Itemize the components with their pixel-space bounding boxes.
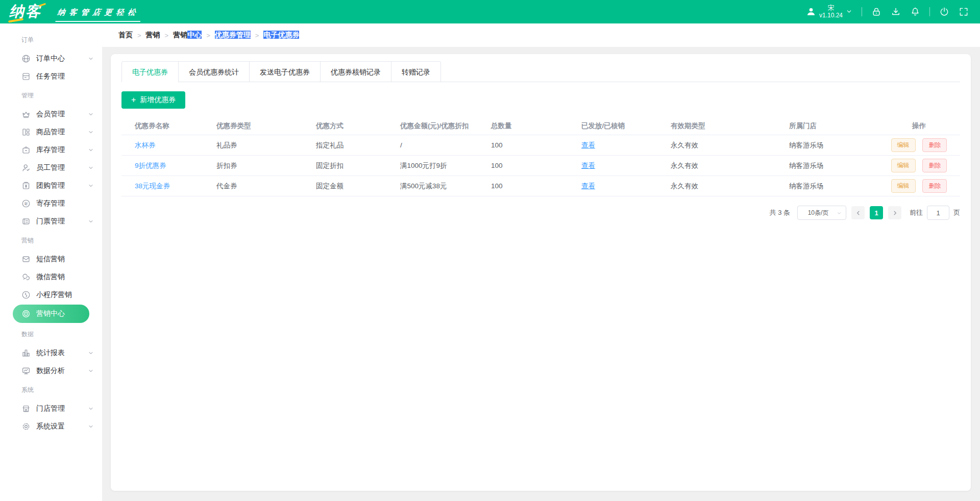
envelope-icon <box>21 255 31 264</box>
sidebar-item-label: 门票管理 <box>36 217 65 226</box>
fullscreen-icon[interactable] <box>959 7 969 17</box>
globe-icon <box>21 54 31 63</box>
tab-ecoupon[interactable]: 电子优惠券 <box>122 62 178 82</box>
page-number-1[interactable]: 1 <box>870 206 883 219</box>
coupon-type: 折扣券 <box>203 161 303 170</box>
delete-button[interactable]: 删除 <box>922 179 947 192</box>
wechat-icon <box>21 272 31 282</box>
sidebar-item-inventory-mgmt[interactable]: 库存管理 <box>0 141 102 159</box>
add-coupon-button[interactable]: + 新增优惠券 <box>121 91 185 109</box>
coupon-amount: 满1000元打9折 <box>387 161 478 170</box>
sidebar-item-report[interactable]: 统计报表 <box>0 344 102 362</box>
tasks-icon <box>21 72 31 81</box>
sidebar-item-goods-mgmt[interactable]: 商品管理 <box>0 123 102 141</box>
sidebar-item-member-mgmt[interactable]: 会员管理 <box>0 105 102 123</box>
coupon-store: 纳客游乐场 <box>776 161 878 170</box>
target-icon <box>21 309 31 318</box>
chevron-down-icon <box>88 218 94 224</box>
view-issued-link[interactable]: 查看 <box>581 141 595 149</box>
lock-icon[interactable] <box>871 7 881 17</box>
edit-button[interactable]: 编辑 <box>891 138 916 152</box>
sidebar-item-label: 员工管理 <box>36 163 65 172</box>
goto-page-input[interactable] <box>927 206 949 220</box>
tab-send-ecoupon[interactable]: 发送电子优惠券 <box>249 62 320 82</box>
chevron-down-icon <box>88 147 94 153</box>
delete-button[interactable]: 删除 <box>922 138 947 152</box>
power-icon[interactable] <box>939 7 949 17</box>
add-coupon-label: 新增优惠券 <box>140 95 176 105</box>
coupon-table: 优惠券名称 优惠券类型 优惠方式 优惠金额(元)/优惠折扣 总数量 已发放/已核… <box>121 117 960 196</box>
delete-button[interactable]: 删除 <box>922 159 947 172</box>
page-unit-label: 页 <box>953 208 960 217</box>
sidebar-item-label: 寄存管理 <box>36 199 65 208</box>
page-size-select[interactable]: 10条/页 <box>797 206 846 220</box>
coupon-name-link[interactable]: 38元现金券 <box>135 182 170 190</box>
chevron-down-icon <box>837 211 842 216</box>
chevron-down-icon <box>88 183 94 189</box>
sidebar: 订单 订单中心 任务管理 管理 会员管理 商品管理 库存管理 员工管 <box>0 23 102 501</box>
pagination-total: 共 3 条 <box>770 208 790 217</box>
coupon-method: 固定金额 <box>303 182 387 191</box>
sidebar-item-staff-mgmt[interactable]: 员工管理 <box>0 159 102 177</box>
view-issued-link[interactable]: 查看 <box>581 162 595 169</box>
sidebar-item-data-analysis[interactable]: 数据分析 <box>0 362 102 380</box>
coupon-name-link[interactable]: 水杯券 <box>135 141 156 149</box>
tab-member-coupon-stats[interactable]: 会员优惠券统计 <box>178 62 249 82</box>
sidebar-item-sms-marketing[interactable]: 短信营销 <box>0 250 102 268</box>
chevron-left-icon <box>855 210 861 216</box>
sidebar-item-ticket-mgmt[interactable]: 门票管理 <box>0 212 102 230</box>
edit-button[interactable]: 编辑 <box>891 179 916 192</box>
tab-coupon-redeem-records[interactable]: 优惠券核销记录 <box>320 62 391 82</box>
box-icon <box>21 145 31 155</box>
col-header-operations: 操作 <box>878 121 960 131</box>
col-header-amount: 优惠金额(元)/优惠折扣 <box>387 121 478 131</box>
goods-grid-icon <box>21 128 31 137</box>
breadcrumb-separator: > <box>137 32 141 39</box>
sidebar-item-task-mgmt[interactable]: 任务管理 <box>0 67 102 85</box>
prev-page-button[interactable] <box>851 206 865 219</box>
download-icon[interactable] <box>891 7 901 17</box>
col-header-store: 所属门店 <box>776 121 878 131</box>
sidebar-item-system-settings[interactable]: 系统设置 <box>0 417 102 435</box>
tab-transfer-records[interactable]: 转赠记录 <box>391 62 440 82</box>
bar-chart-icon <box>21 348 31 358</box>
sidebar-item-store-mgmt[interactable]: 门店管理 <box>0 399 102 417</box>
col-header-name: 优惠券名称 <box>121 121 203 131</box>
sidebar-item-label: 数据分析 <box>36 366 65 375</box>
sidebar-item-marketing-center[interactable]: 营销中心 <box>13 305 89 323</box>
breadcrumb-item-marketing-center[interactable]: 营销中心 <box>173 31 202 40</box>
main-area: 首页 > 营销 > 营销中心 > 优惠券管理 > 电子优惠券 电子优惠券 会员优… <box>102 23 980 501</box>
breadcrumb-text-selected: 优惠券管理 <box>215 31 251 39</box>
yen-frame-icon <box>21 181 31 190</box>
chevron-down-icon <box>88 423 94 430</box>
breadcrumb-item-home[interactable]: 首页 <box>118 31 133 40</box>
chevron-down-icon <box>88 129 94 135</box>
edit-button[interactable]: 编辑 <box>891 159 916 172</box>
goto-label: 前往 <box>910 208 923 217</box>
topbar-actions: 宋 v1.10.24 <box>806 5 969 19</box>
table-header-row: 优惠券名称 优惠券类型 优惠方式 优惠金额(元)/优惠折扣 总数量 已发放/已核… <box>121 117 960 135</box>
sidebar-item-label: 订单中心 <box>36 54 65 63</box>
sidebar-item-label: 营销中心 <box>36 309 65 318</box>
next-page-button[interactable] <box>888 206 901 219</box>
breadcrumb-item-ecoupon[interactable]: 电子优惠券 <box>263 31 299 40</box>
sidebar-item-groupbuy-mgmt[interactable]: 团购管理 <box>0 177 102 194</box>
col-header-issued: 已发放/已核销 <box>568 121 657 131</box>
deposit-circle-icon: 寄 <box>21 199 31 208</box>
chevron-down-icon <box>88 406 94 412</box>
sidebar-item-wechat-marketing[interactable]: 微信营销 <box>0 268 102 286</box>
sidebar-item-label: 统计报表 <box>36 348 65 358</box>
sidebar-item-miniprogram-marketing[interactable]: 小程序营销 <box>0 286 102 304</box>
sidebar-item-order-center[interactable]: 订单中心 <box>0 49 102 67</box>
breadcrumb-item-marketing[interactable]: 营销 <box>146 31 160 40</box>
page-size-value: 10条/页 <box>808 209 829 217</box>
view-issued-link[interactable]: 查看 <box>581 182 595 190</box>
coupon-amount: / <box>387 141 478 149</box>
col-header-type: 优惠券类型 <box>203 121 303 131</box>
sidebar-item-label: 任务管理 <box>36 72 65 81</box>
coupon-name-link[interactable]: 9折优惠券 <box>135 162 166 169</box>
breadcrumb-item-coupon-mgmt[interactable]: 优惠券管理 <box>215 31 251 40</box>
user-menu[interactable]: 宋 v1.10.24 <box>806 5 852 19</box>
sidebar-item-deposit-mgmt[interactable]: 寄 寄存管理 <box>0 194 102 212</box>
bell-icon[interactable] <box>910 7 920 17</box>
